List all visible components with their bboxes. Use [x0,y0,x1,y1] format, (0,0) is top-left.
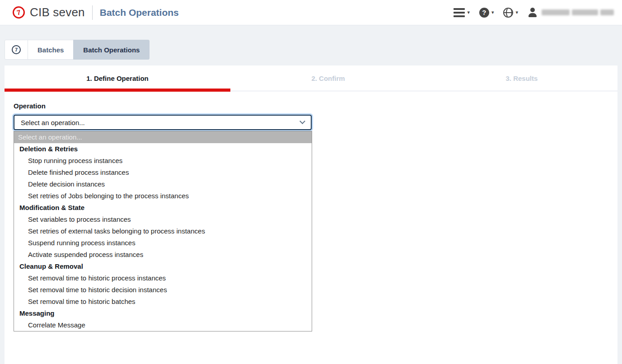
operation-select-value: Select an operation... [21,119,85,126]
brand-name: CIB seven [30,5,85,19]
dropdown-option[interactable]: Delete decision instances [14,178,312,190]
dropdown-option[interactable]: Set removal time to historic batches [14,296,312,308]
dropdown-group-header: Modification & State [14,202,312,214]
operation-label: Operation [14,102,608,110]
dropdown-placeholder-option[interactable]: Select an operation... [14,131,312,143]
globe-icon [503,8,513,18]
dropdown-option[interactable]: Set removal time to historic decision in… [14,284,312,296]
dropdown-option[interactable]: Stop running process instances [14,155,312,167]
caret-down-icon: ▾ [467,10,470,15]
operation-select[interactable]: Select an operation... [14,115,312,130]
help-icon: ? [479,8,489,18]
main-menu-button[interactable]: ▾ [454,8,470,17]
user-display-name-redacted [542,9,614,15]
dropdown-option[interactable]: Set retries of Jobs belonging to the pro… [14,190,312,202]
dropdown-group-header: Messaging [14,308,312,319]
dropdown-option[interactable]: Set removal time to historic process ins… [14,272,312,284]
language-menu-button[interactable]: ▾ [503,8,518,18]
main-panel: 1. Define Operation 2. Confirm 3. Result… [5,65,617,364]
dropdown-group-header: Cleanup & Removal [14,261,312,272]
step-define-operation[interactable]: 1. Define Operation [5,65,230,91]
header-divider [92,5,93,20]
dropdown-option[interactable]: Suspend running process instances [14,237,312,249]
user-menu-button[interactable] [528,8,614,18]
dropdown-option[interactable]: Correlate Message [14,319,312,331]
dropdown-option[interactable]: Delete finished process instances [14,167,312,178]
header-actions: ▾ ? ▾ ▾ [454,8,614,18]
page: 7 CIB seven Batch Operations ▾ ? ▾ ▾ [0,0,622,364]
chevron-down-icon [299,118,305,124]
caret-down-icon: ▾ [491,10,494,15]
cib-seven-logo-icon[interactable]: 7 [11,5,26,19]
caret-down-icon: ▾ [515,10,518,15]
dropdown-option[interactable]: Set variables to process instances [14,214,312,225]
user-icon [528,8,538,18]
operation-dropdown: Select an operation...Deletion & Retries… [14,131,312,331]
help-menu-button[interactable]: ? ▾ [479,8,494,18]
tab-batches[interactable]: Batches [28,40,74,60]
tab-home[interactable]: 7 [5,40,28,60]
dropdown-option[interactable]: Set retries of external tasks belonging … [14,225,312,237]
tab-batch-operations[interactable]: Batch Operations [73,40,150,60]
step-content: Operation Select an operation... Select … [5,91,617,331]
step-results[interactable]: 3. Results [426,65,617,91]
seven-circle-icon: 7 [12,45,21,54]
page-title: Batch Operations [100,7,179,18]
step-confirm[interactable]: 2. Confirm [230,65,426,91]
dropdown-option[interactable]: Activate suspended process instances [14,249,312,261]
hamburger-menu-icon [454,8,465,17]
wizard-steps: 1. Define Operation 2. Confirm 3. Result… [5,65,617,91]
header-brand-area: 7 CIB seven Batch Operations [13,5,179,20]
dropdown-group-header: Deletion & Retries [14,143,312,155]
app-header: 7 CIB seven Batch Operations ▾ ? ▾ ▾ [0,0,622,25]
section-tabs: 7 Batches Batch Operations [5,40,150,60]
